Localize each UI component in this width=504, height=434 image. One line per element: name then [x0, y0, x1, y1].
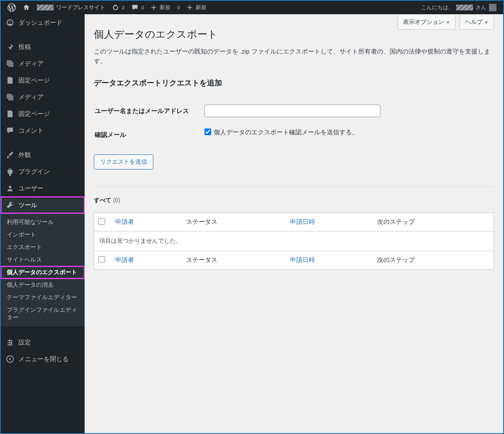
filter-all-count: (0): [113, 197, 120, 203]
sidebar-plugins[interactable]: プラグイン: [1, 163, 85, 180]
sidebar-users[interactable]: ユーザー: [1, 180, 85, 197]
comment-icon: [131, 4, 139, 11]
wp-logo[interactable]: [4, 1, 19, 14]
plus-icon: [186, 4, 193, 11]
sub-erase-personal-data[interactable]: 個人データの消去: [1, 279, 85, 291]
sidebar-posts[interactable]: 投稿: [1, 39, 85, 55]
sub-theme-editor[interactable]: テーマファイルエディター: [1, 291, 85, 304]
select-all-top[interactable]: [98, 218, 105, 225]
sidebar-pages-2[interactable]: 固定ページ: [1, 105, 85, 122]
section-title: データエクスポートリクエストを追加: [94, 78, 494, 88]
col-date-foot[interactable]: 申請日時: [286, 251, 373, 270]
sub-export[interactable]: エクスポート: [1, 241, 85, 254]
username-label: ユーザー名またはメールアドレス: [95, 100, 204, 123]
sidebar-dashboard[interactable]: ダッシュボード: [1, 14, 85, 31]
admin-bar: ワードプレスサイト 2 0 新規 0 新規 こんにちは、さん: [1, 1, 503, 14]
caret-down-icon: ▼: [484, 20, 488, 25]
page-icon: [6, 76, 14, 85]
adminbar-new[interactable]: 新規: [147, 1, 174, 14]
main-content: 表示オプション▼ ヘルプ▼ 個人データのエクスポート このツールは指定されたユー…: [85, 14, 503, 433]
sidebar-collapse[interactable]: メニューを閉じる: [1, 351, 85, 367]
collapse-icon: [6, 355, 14, 363]
sidebar-comments[interactable]: コメント: [1, 122, 85, 139]
adminbar-new-count[interactable]: 0: [174, 1, 183, 14]
site-icon-placeholder: [37, 5, 54, 10]
col-date[interactable]: 申請日時: [286, 213, 373, 231]
filter-all[interactable]: すべて: [94, 197, 111, 203]
pin-icon: [6, 43, 14, 51]
sidebar-pages[interactable]: 固定ページ: [1, 72, 85, 89]
username-email-input[interactable]: [204, 105, 380, 117]
col-requester[interactable]: 申請者: [111, 213, 182, 231]
avatar: [489, 4, 496, 11]
confirm-checkbox[interactable]: [204, 128, 211, 135]
col-next-step: 次のステップ: [373, 213, 494, 231]
screen-options-button[interactable]: 表示オプション▼: [398, 15, 455, 30]
col-status-foot: ステータス: [182, 251, 286, 270]
sub-export-personal-data[interactable]: 個人データのエクスポート: [1, 266, 85, 279]
update-icon: [112, 4, 119, 11]
sub-plugin-editor[interactable]: プラグインファイルエディター: [1, 304, 85, 324]
admin-sidebar: ダッシュボード 投稿 メディア 固定ページ メディア 固定ページ コメント 外観…: [1, 14, 85, 433]
sub-site-health[interactable]: サイトヘルス: [1, 254, 85, 266]
col-next-step-foot: 次のステップ: [373, 251, 494, 270]
sidebar-tools[interactable]: ツール: [1, 197, 85, 213]
confirm-label: 確認メール: [95, 123, 204, 146]
adminbar-comments[interactable]: 0: [128, 1, 147, 14]
users-icon: [6, 184, 14, 193]
plus-icon: [150, 4, 157, 11]
screen-meta-links: 表示オプション▼ ヘルプ▼: [398, 15, 494, 30]
page-description: このツールは指定されたユーザーの既知のデータを .zip ファイルにエクスポート…: [94, 47, 494, 66]
sidebar-media[interactable]: メディア: [1, 55, 85, 72]
divider: [94, 186, 494, 187]
brush-icon: [6, 151, 14, 159]
request-form: ユーザー名またはメールアドレス 確認メール 個人データのエクスポート確認メールを…: [94, 99, 494, 147]
adminbar-home[interactable]: [19, 1, 34, 14]
adminbar-site-name[interactable]: ワードプレスサイト: [34, 1, 109, 14]
requests-table: 申請者 ステータス 申請日時 次のステップ 項目は見つかりませんでした。 申請者…: [94, 213, 494, 270]
home-icon: [23, 4, 30, 11]
select-all-bottom[interactable]: [98, 256, 105, 263]
media-icon: [6, 93, 14, 101]
settings-icon: [6, 338, 14, 347]
sidebar-tools-submenu: 利用可能なツール インポート エクスポート サイトヘルス 個人データのエクスポー…: [1, 213, 85, 326]
media-icon: [6, 59, 14, 68]
plugin-icon: [6, 167, 14, 176]
sidebar-settings[interactable]: 設定: [1, 334, 85, 351]
submit-request-button[interactable]: リクエストを送信: [94, 154, 153, 169]
confirm-checkbox-label[interactable]: 個人データのエクスポート確認メールを送信する。: [204, 128, 358, 136]
comment-icon: [6, 126, 14, 135]
sidebar-media-2[interactable]: メディア: [1, 89, 85, 105]
tools-icon: [6, 201, 14, 209]
sub-import[interactable]: インポート: [1, 229, 85, 241]
username-placeholder: [456, 5, 473, 10]
empty-row: 項目は見つかりませんでした。: [94, 231, 494, 251]
dashboard-icon: [6, 18, 14, 27]
adminbar-updates[interactable]: 2: [109, 1, 128, 14]
wordpress-icon: [8, 3, 16, 12]
help-button[interactable]: ヘルプ▼: [460, 15, 494, 30]
sidebar-appearance[interactable]: 外観: [1, 146, 85, 163]
caret-down-icon: ▼: [446, 20, 450, 25]
col-status: ステータス: [182, 213, 286, 231]
filter-links: すべて (0): [94, 197, 494, 204]
sub-available-tools[interactable]: 利用可能なツール: [1, 216, 85, 229]
page-icon: [6, 110, 14, 118]
adminbar-new-2[interactable]: 新規: [183, 1, 210, 14]
adminbar-account[interactable]: こんにちは、さん: [418, 1, 500, 14]
col-requester-foot[interactable]: 申請者: [111, 251, 182, 270]
